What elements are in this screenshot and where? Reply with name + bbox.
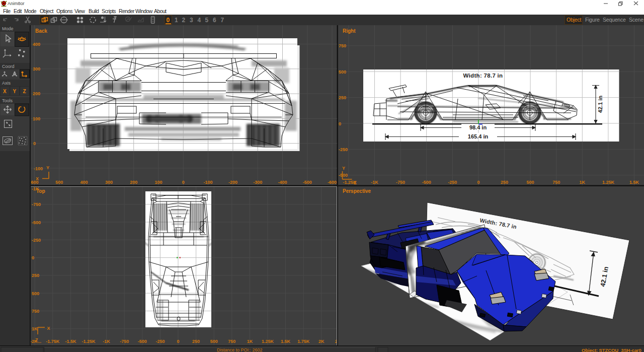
svg-text:Back: Back bbox=[35, 28, 47, 34]
svg-text:1K: 1K bbox=[580, 180, 586, 185]
svg-text:250: 250 bbox=[192, 339, 200, 344]
svg-text:X: X bbox=[36, 176, 39, 181]
svg-text:0: 0 bbox=[182, 180, 185, 185]
svg-text:42.1 in: 42.1 in bbox=[597, 96, 603, 113]
svg-text:Width: 78.7 in: Width: 78.7 in bbox=[463, 73, 503, 79]
svg-text:-250: -250 bbox=[448, 180, 457, 185]
svg-text:X: X bbox=[47, 326, 50, 331]
svg-text:Coord: Coord bbox=[2, 64, 15, 69]
svg-text:1.5K: 1.5K bbox=[281, 339, 291, 344]
svg-text:0: 0 bbox=[167, 17, 170, 24]
svg-text:0: 0 bbox=[177, 339, 179, 344]
svg-text:Sequence: Sequence bbox=[603, 17, 626, 23]
svg-text:-1.5K: -1.5K bbox=[65, 339, 76, 344]
svg-text:Object: Object bbox=[567, 17, 581, 23]
svg-text:0: 0 bbox=[477, 180, 479, 185]
svg-text:Scene: Scene bbox=[629, 17, 643, 23]
svg-text:1: 1 bbox=[175, 17, 178, 24]
svg-text:100: 100 bbox=[33, 116, 40, 121]
svg-text:-1.75K: -1.75K bbox=[46, 339, 60, 344]
svg-text:Z: Z bbox=[23, 89, 26, 94]
svg-text:500: 500 bbox=[527, 180, 534, 185]
svg-text:250: 250 bbox=[501, 180, 508, 185]
svg-text:750: 750 bbox=[228, 339, 235, 344]
svg-text:-1K: -1K bbox=[371, 180, 378, 185]
svg-text:-500: -500 bbox=[339, 173, 348, 178]
svg-text:-500: -500 bbox=[422, 180, 431, 185]
svg-text:X: X bbox=[3, 89, 7, 94]
svg-text:500: 500 bbox=[32, 291, 39, 296]
svg-text:3: 3 bbox=[190, 17, 193, 24]
svg-text:750: 750 bbox=[552, 180, 560, 185]
svg-text:750: 750 bbox=[339, 43, 346, 48]
svg-text:-600: -600 bbox=[328, 180, 337, 185]
svg-text:6: 6 bbox=[213, 17, 216, 24]
svg-text:1.25K: 1.25K bbox=[602, 180, 615, 185]
svg-text:-750: -750 bbox=[120, 339, 129, 344]
svg-text:200: 200 bbox=[33, 91, 40, 96]
svg-text:Z: Z bbox=[35, 337, 38, 342]
svg-text:1.75K: 1.75K bbox=[297, 339, 310, 344]
svg-text:Y: Y bbox=[13, 89, 17, 94]
svg-text:Axis: Axis bbox=[2, 81, 11, 86]
svg-text:Anim8or: Anim8or bbox=[8, 1, 25, 6]
svg-text:-500: -500 bbox=[138, 339, 147, 344]
svg-text:1.25K: 1.25K bbox=[262, 339, 274, 344]
svg-text:-250: -250 bbox=[155, 339, 165, 344]
svg-text:-250: -250 bbox=[339, 147, 348, 152]
svg-text:Y: Y bbox=[46, 165, 49, 170]
svg-text:-1.25K: -1.25K bbox=[82, 339, 96, 344]
svg-text:0: 0 bbox=[339, 121, 341, 126]
svg-text:Tools: Tools bbox=[2, 98, 13, 103]
svg-text:7: 7 bbox=[221, 17, 224, 24]
svg-text:Object: STZCOU_3SH-car0: Object: STZCOU_3SH-car0 bbox=[582, 347, 641, 352]
svg-text:Mode: Mode bbox=[2, 26, 14, 31]
svg-text:-500: -500 bbox=[32, 220, 41, 225]
svg-text:250: 250 bbox=[339, 95, 346, 100]
svg-text:Figure: Figure bbox=[585, 17, 600, 23]
svg-text:4: 4 bbox=[198, 17, 201, 24]
svg-text:500: 500 bbox=[210, 339, 218, 344]
svg-text:1.5K: 1.5K bbox=[629, 180, 639, 185]
svg-text:-1K: -1K bbox=[103, 339, 110, 344]
svg-text:100: 100 bbox=[154, 180, 162, 185]
svg-text:300: 300 bbox=[105, 180, 113, 185]
svg-text:500: 500 bbox=[55, 180, 63, 185]
svg-text:Perspective: Perspective bbox=[343, 188, 371, 194]
svg-text:5: 5 bbox=[205, 17, 209, 24]
svg-text:-750: -750 bbox=[32, 202, 41, 207]
svg-text:2K: 2K bbox=[318, 339, 325, 344]
svg-text:-1K: -1K bbox=[32, 186, 39, 191]
svg-text:400: 400 bbox=[80, 180, 88, 185]
svg-text:0: 0 bbox=[32, 255, 34, 260]
svg-text:Right: Right bbox=[343, 28, 356, 34]
svg-text:-750: -750 bbox=[396, 180, 405, 185]
svg-text:-500: -500 bbox=[303, 180, 312, 185]
svg-text:-200: -200 bbox=[228, 180, 237, 185]
svg-text:Z: Z bbox=[354, 180, 357, 185]
svg-text:98.4 in: 98.4 in bbox=[469, 124, 487, 130]
svg-text:2: 2 bbox=[182, 17, 186, 24]
svg-text:-400: -400 bbox=[278, 180, 287, 185]
svg-text:250: 250 bbox=[32, 273, 39, 278]
svg-text:750: 750 bbox=[32, 309, 39, 314]
svg-text:300: 300 bbox=[33, 66, 40, 72]
svg-text:200: 200 bbox=[130, 180, 137, 185]
svg-text:Y: Y bbox=[342, 166, 345, 171]
svg-text:500: 500 bbox=[339, 69, 346, 75]
svg-text:0: 0 bbox=[33, 141, 36, 146]
svg-text:-250: -250 bbox=[32, 238, 41, 243]
svg-text:-100: -100 bbox=[204, 180, 213, 185]
svg-text:165.4 in: 165.4 in bbox=[468, 133, 489, 139]
svg-text:400: 400 bbox=[33, 42, 40, 47]
svg-text:-100: -100 bbox=[34, 166, 43, 171]
svg-text:1K: 1K bbox=[32, 326, 38, 331]
svg-text:1K: 1K bbox=[247, 339, 253, 344]
svg-text:Distance to POI:: 2602: Distance to POI:: 2602 bbox=[217, 347, 263, 352]
svg-text:-300: -300 bbox=[253, 180, 262, 185]
